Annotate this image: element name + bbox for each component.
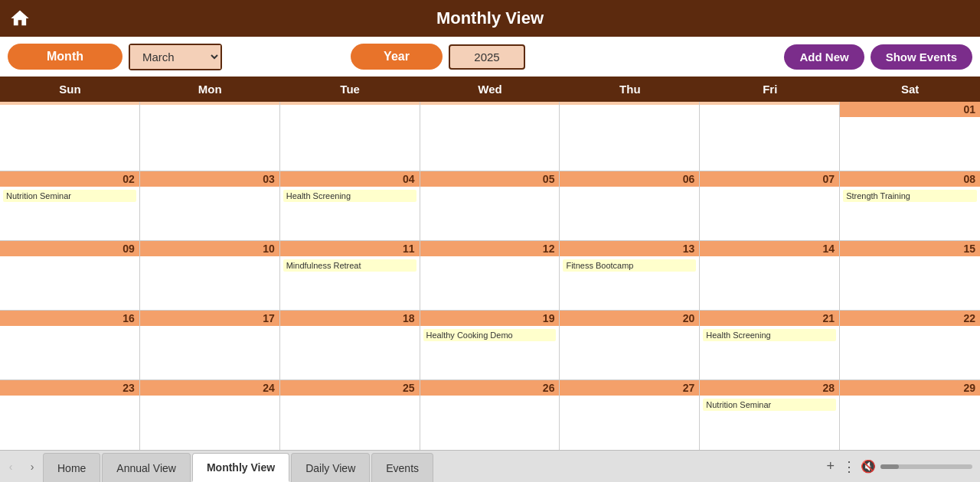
calendar-cell-w0d1[interactable]: [140, 102, 280, 171]
cell-content: Health Screening: [700, 326, 839, 379]
event-item[interactable]: Health Screening: [283, 190, 416, 202]
calendar-cell-w0d4[interactable]: [560, 102, 700, 171]
calendar-cell-w3d3[interactable]: 19Healthy Cooking Demo: [420, 311, 560, 379]
cell-date: 22: [840, 311, 980, 326]
tab-daily-view[interactable]: Daily View: [291, 453, 370, 482]
cell-content: [0, 105, 139, 171]
calendar-cell-w1d0[interactable]: 02Nutrition Seminar: [0, 171, 140, 240]
month-select-wrap[interactable]: March JanuaryFebruary AprilMayJune JulyA…: [129, 44, 222, 70]
add-new-button[interactable]: Add New: [784, 44, 864, 70]
calendar-week-0: 01: [0, 102, 980, 171]
calendar-cell-w4d1[interactable]: 24: [140, 380, 280, 450]
calendar-cell-w1d1[interactable]: 03: [140, 171, 280, 240]
cell-date: 21: [700, 311, 839, 326]
cell-date: 01: [840, 102, 980, 117]
bottom-right: ⋮ 🔇: [842, 458, 980, 475]
cell-date: 13: [560, 241, 699, 256]
calendar-cell-w2d6[interactable]: 15: [840, 241, 980, 310]
cell-date: 20: [560, 311, 699, 326]
calendar-cell-w2d0[interactable]: 09: [0, 241, 140, 310]
cell-date: 04: [280, 171, 420, 187]
tab-monthly-view[interactable]: Monthly View: [192, 453, 289, 482]
calendar-cell-w4d4[interactable]: 27: [560, 380, 700, 450]
cell-content: [420, 105, 560, 171]
back-arrow[interactable]: ‹: [0, 456, 21, 477]
cell-date: 19: [420, 311, 560, 326]
calendar-wrap: Sun Mon Tue Wed Thu Fri Sat 0102Nutritio…: [0, 77, 980, 450]
cell-date: 17: [140, 311, 279, 326]
cell-content: [280, 105, 420, 171]
calendar-cell-w3d2[interactable]: 18: [280, 311, 420, 379]
calendar-cell-w2d3[interactable]: 12: [420, 241, 560, 310]
add-tab-button[interactable]: +: [818, 455, 842, 477]
calendar-cell-w4d0[interactable]: 23: [0, 380, 140, 450]
cell-date: 14: [700, 241, 839, 256]
event-item[interactable]: Strength Training: [843, 190, 977, 202]
calendar-cell-w3d4[interactable]: 20: [560, 311, 700, 379]
cell-content: Health Screening: [280, 187, 420, 240]
cell-content: [140, 105, 279, 171]
show-events-button[interactable]: Show Events: [871, 44, 972, 70]
forward-arrow[interactable]: ›: [21, 456, 43, 477]
calendar-cell-w1d3[interactable]: 05: [420, 171, 560, 240]
calendar-cell-w2d5[interactable]: 14: [700, 241, 840, 310]
calendar-cell-w3d5[interactable]: 21Health Screening: [700, 311, 840, 379]
mute-icon[interactable]: 🔇: [861, 459, 876, 474]
cell-date: 02: [0, 171, 139, 187]
event-item[interactable]: Fitness Bootcamp: [563, 259, 696, 272]
calendar-cell-w1d4[interactable]: 06: [560, 171, 700, 240]
cell-content: [560, 105, 699, 171]
calendar-cell-w2d1[interactable]: 10: [140, 241, 280, 310]
calendar-cell-w1d6[interactable]: 08Strength Training: [840, 171, 980, 240]
cell-content: Healthy Cooking Demo: [420, 326, 560, 379]
tab-events[interactable]: Events: [371, 453, 433, 482]
calendar-cell-w3d0[interactable]: 16: [0, 311, 140, 379]
event-item[interactable]: Nutrition Seminar: [3, 190, 136, 202]
page-title: Monthly View: [436, 8, 544, 28]
header-wed: Wed: [420, 77, 560, 102]
event-item[interactable]: Nutrition Seminar: [703, 399, 836, 411]
calendar-week-3: 16171819Healthy Cooking Demo2021Health S…: [0, 311, 980, 380]
calendar-cell-w4d5[interactable]: 28Nutrition Seminar: [700, 380, 840, 450]
calendar-cell-w4d2[interactable]: 25: [280, 380, 420, 450]
cell-content: Mindfulness Retreat: [280, 256, 420, 310]
calendar-cell-w4d6[interactable]: 29: [840, 380, 980, 450]
more-options-icon[interactable]: ⋮: [842, 458, 856, 475]
calendar-cell-w0d2[interactable]: [280, 102, 420, 171]
calendar-week-1: 02Nutrition Seminar0304Health Screening0…: [0, 171, 980, 241]
cell-date: 12: [420, 241, 560, 256]
cell-content: [0, 326, 139, 379]
cell-date: 16: [0, 311, 139, 326]
cell-date: 08: [840, 171, 980, 187]
cell-content: [840, 256, 980, 310]
header-thu: Thu: [560, 77, 700, 102]
calendar-cell-w1d2[interactable]: 04Health Screening: [280, 171, 420, 240]
calendar-cell-w3d6[interactable]: 22: [840, 311, 980, 379]
cell-content: [560, 396, 699, 450]
calendar-cell-w0d0[interactable]: [0, 102, 140, 171]
calendar-cell-w0d6[interactable]: 01: [840, 102, 980, 171]
event-item[interactable]: Mindfulness Retreat: [283, 259, 416, 272]
day-headers: Sun Mon Tue Wed Thu Fri Sat: [0, 77, 980, 102]
bottom-bar: ‹ › HomeAnnual ViewMonthly ViewDaily Vie…: [0, 450, 980, 482]
event-item[interactable]: Health Screening: [703, 329, 836, 341]
cell-content: [840, 326, 980, 379]
calendar-cell-w0d5[interactable]: [700, 102, 840, 171]
calendar-cell-w3d1[interactable]: 17: [140, 311, 280, 379]
tab-annual-view[interactable]: Annual View: [102, 453, 191, 482]
calendar-cell-w2d4[interactable]: 13Fitness Bootcamp: [560, 241, 700, 310]
calendar-cell-w2d2[interactable]: 11Mindfulness Retreat: [280, 241, 420, 310]
calendar-cell-w0d3[interactable]: [420, 102, 560, 171]
tab-home[interactable]: Home: [43, 453, 100, 482]
event-item[interactable]: Healthy Cooking Demo: [423, 329, 557, 341]
cell-content: Nutrition Seminar: [700, 396, 839, 450]
calendar-cell-w4d3[interactable]: 26: [420, 380, 560, 450]
header-tue: Tue: [280, 77, 420, 102]
calendar-cell-w1d5[interactable]: 07: [700, 171, 840, 240]
cell-content: [0, 256, 139, 310]
top-header: Monthly View: [0, 0, 980, 37]
zoom-bar: [880, 464, 972, 469]
home-icon[interactable]: [9, 8, 31, 29]
cell-content: [280, 396, 420, 450]
month-select[interactable]: March JanuaryFebruary AprilMayJune JulyA…: [130, 45, 220, 69]
